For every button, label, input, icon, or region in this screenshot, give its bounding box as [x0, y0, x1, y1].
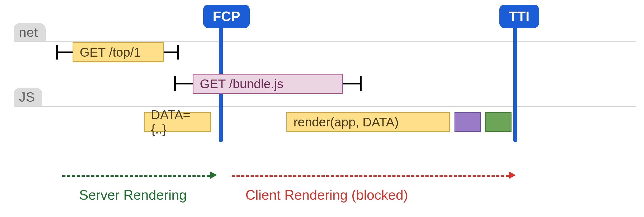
arrow-head-client [509, 171, 516, 179]
row-line-js [14, 106, 636, 107]
task-render: render(app, DATA) [286, 112, 450, 132]
arrow-client [232, 175, 509, 177]
task-get-bundle: GET /bundle.js [193, 74, 343, 94]
row-label-js: JS [14, 88, 42, 106]
rendering-timeline-diagram: net JS FCP TTI GET /top/1 GET /bundle.js… [0, 0, 644, 217]
tti-marker-line [513, 26, 517, 142]
task-box-purple [454, 112, 481, 132]
task-data: DATA={..} [144, 112, 211, 132]
arrow-server [62, 175, 210, 177]
arrow-head-server [210, 171, 217, 179]
row-label-net: net [14, 23, 46, 42]
tti-marker-pill: TTI [499, 5, 539, 28]
fcp-marker-pill: FCP [203, 5, 250, 28]
phase-label-server: Server Rendering [79, 187, 187, 203]
phase-label-client: Client Rendering (blocked) [245, 187, 408, 203]
row-line-net [14, 41, 636, 42]
task-box-green [485, 112, 512, 132]
task-get-top: GET /top/1 [73, 42, 164, 62]
